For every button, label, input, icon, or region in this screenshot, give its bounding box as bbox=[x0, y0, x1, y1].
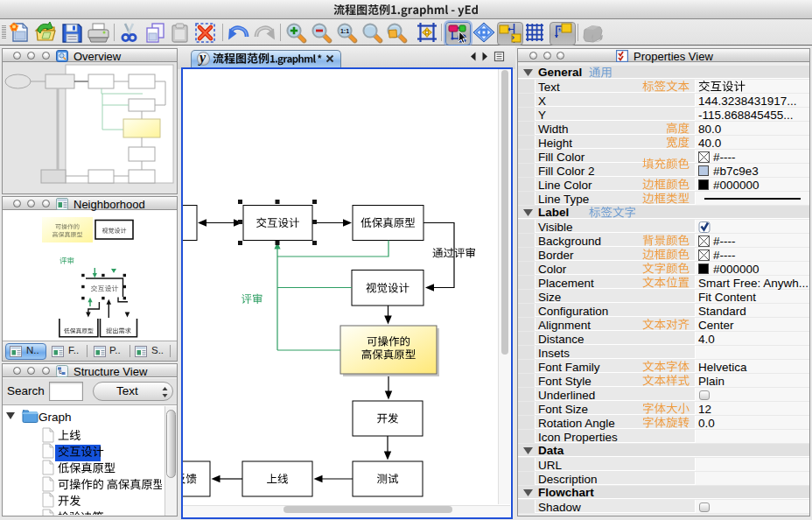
svg-text:1:1: 1:1 bbox=[340, 28, 349, 34]
